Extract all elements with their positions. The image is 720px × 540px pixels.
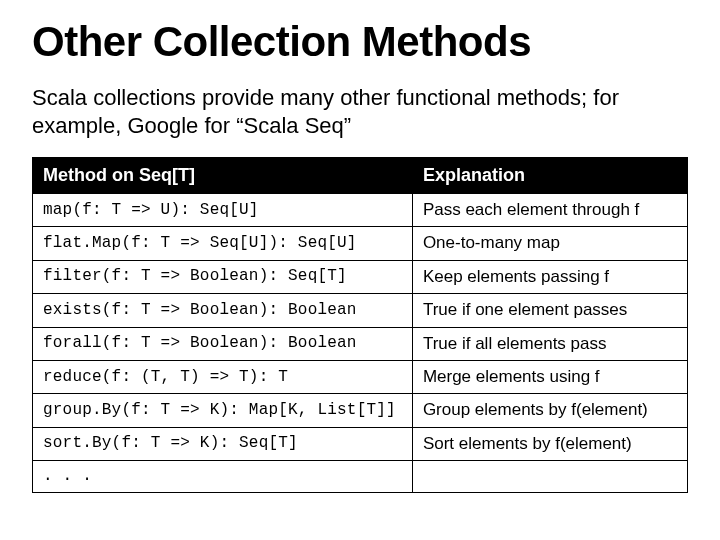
intro-text: Scala collections provide many other fun… [32, 84, 688, 139]
table-row: exists(f: T => Boolean): Boolean True if… [33, 294, 688, 327]
table-row: reduce(f: (T, T) => T): T Merge elements… [33, 360, 688, 393]
cell-method: . . . [33, 461, 413, 493]
table-row: filter(f: T => Boolean): Seq[T] Keep ele… [33, 260, 688, 293]
cell-method: map(f: T => U): Seq[U] [33, 194, 413, 227]
cell-method: filter(f: T => Boolean): Seq[T] [33, 260, 413, 293]
table-row: map(f: T => U): Seq[U] Pass each element… [33, 194, 688, 227]
header-method: Method on Seq[T] [33, 158, 413, 194]
table-row: . . . [33, 461, 688, 493]
cell-method: group.By(f: T => K): Map[K, List[T]] [33, 394, 413, 427]
cell-method: forall(f: T => Boolean): Boolean [33, 327, 413, 360]
cell-method: sort.By(f: T => K): Seq[T] [33, 427, 413, 460]
cell-explanation [412, 461, 687, 493]
cell-explanation: Pass each element through f [412, 194, 687, 227]
cell-explanation: Sort elements by f(element) [412, 427, 687, 460]
cell-explanation: Merge elements using f [412, 360, 687, 393]
cell-explanation: Keep elements passing f [412, 260, 687, 293]
methods-table: Method on Seq[T] Explanation map(f: T =>… [32, 157, 688, 493]
cell-method: flat.Map(f: T => Seq[U]): Seq[U] [33, 227, 413, 260]
cell-method: reduce(f: (T, T) => T): T [33, 360, 413, 393]
table-row: forall(f: T => Boolean): Boolean True if… [33, 327, 688, 360]
cell-explanation: True if all elements pass [412, 327, 687, 360]
table-row: sort.By(f: T => K): Seq[T] Sort elements… [33, 427, 688, 460]
table-row: flat.Map(f: T => Seq[U]): Seq[U] One-to-… [33, 227, 688, 260]
cell-explanation: One-to-many map [412, 227, 687, 260]
table-row: group.By(f: T => K): Map[K, List[T]] Gro… [33, 394, 688, 427]
table-header-row: Method on Seq[T] Explanation [33, 158, 688, 194]
cell-method: exists(f: T => Boolean): Boolean [33, 294, 413, 327]
page-title: Other Collection Methods [32, 18, 688, 66]
cell-explanation: Group elements by f(element) [412, 394, 687, 427]
cell-explanation: True if one element passes [412, 294, 687, 327]
header-explanation: Explanation [412, 158, 687, 194]
